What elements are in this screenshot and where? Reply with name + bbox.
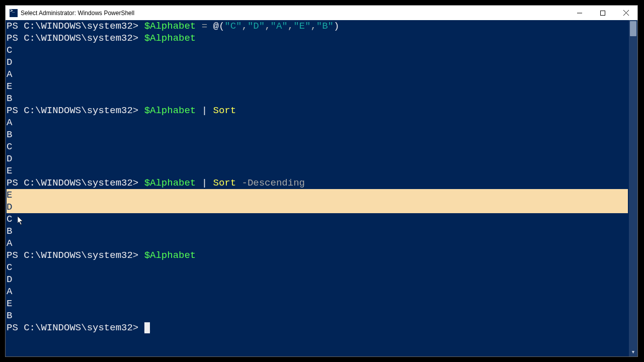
- terminal-line: C: [7, 44, 628, 56]
- terminal-line: PS C:\WINDOWS\system32> $Alphabet = @("C…: [7, 20, 628, 32]
- svg-rect-1: [601, 11, 605, 15]
- powershell-icon: [10, 9, 18, 17]
- window-title: Select Administrator: Windows PowerShell: [21, 10, 134, 17]
- terminal-line: D: [7, 56, 628, 68]
- titlebar[interactable]: Select Administrator: Windows PowerShell: [6, 6, 637, 20]
- terminal-line: C: [7, 261, 628, 274]
- terminal-line: E: [7, 165, 628, 177]
- terminal-line: B: [7, 129, 628, 141]
- terminal-line: E: [7, 298, 628, 310]
- terminal-line: C: [7, 213, 628, 225]
- terminal-line: D: [7, 153, 628, 165]
- close-icon: [623, 10, 629, 16]
- terminal-area: PS C:\WINDOWS\system32> $Alphabet = @("C…: [6, 20, 637, 356]
- terminal-line: PS C:\WINDOWS\system32> $Alphabet: [7, 249, 628, 261]
- terminal-line: PS C:\WINDOWS\system32> $Alphabet: [7, 32, 628, 44]
- terminal-line: C: [7, 141, 628, 153]
- terminal-line: D: [7, 201, 628, 213]
- close-button[interactable]: [614, 6, 637, 20]
- maximize-icon: [600, 11, 605, 16]
- terminal-line: B: [7, 225, 628, 237]
- terminal-line: E: [7, 189, 628, 201]
- terminal-line: PS C:\WINDOWS\system32> $Alphabet | Sort…: [7, 177, 628, 189]
- scrollbar-thumb[interactable]: [630, 21, 636, 36]
- terminal-line: PS C:\WINDOWS\system32> $Alphabet | Sort: [7, 105, 628, 117]
- scrollbar[interactable]: ▲ ▼: [629, 20, 637, 356]
- minimize-button[interactable]: [568, 6, 591, 20]
- powershell-window: Select Administrator: Windows PowerShell…: [5, 5, 638, 357]
- terminal-line: A: [7, 237, 628, 249]
- minimize-icon: [577, 11, 582, 16]
- maximize-button[interactable]: [591, 6, 614, 20]
- terminal-line: B: [7, 310, 628, 322]
- terminal-content[interactable]: PS C:\WINDOWS\system32> $Alphabet = @("C…: [6, 20, 629, 356]
- terminal-line: A: [7, 68, 628, 80]
- terminal-line: B: [7, 93, 628, 105]
- terminal-line: PS C:\WINDOWS\system32> _: [7, 322, 628, 334]
- scroll-down-arrow[interactable]: ▼: [629, 348, 637, 356]
- terminal-line: A: [7, 117, 628, 129]
- terminal-line: D: [7, 274, 628, 286]
- terminal-line: E: [7, 80, 628, 93]
- terminal-line: A: [7, 286, 628, 298]
